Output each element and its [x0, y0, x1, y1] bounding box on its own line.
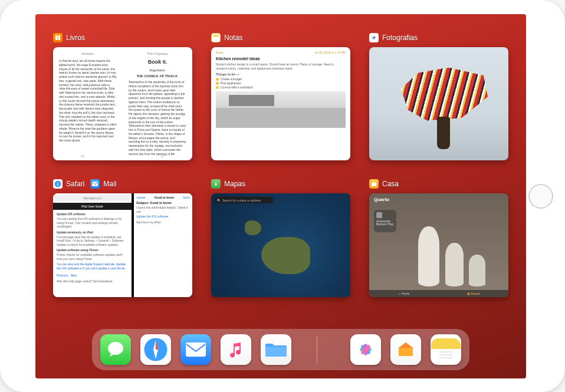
article-title: Update iOS software	[57, 212, 128, 216]
photo-subject	[408, 68, 481, 149]
mail-pane: Cancel Good to know Send Subject: Good t…	[134, 193, 192, 297]
feedback-line: Was this help page useful? Send feedback…	[57, 279, 128, 284]
switcher-card-header: Livros	[53, 32, 192, 44]
note-item: Create a budget	[221, 77, 242, 81]
books-icon	[53, 33, 63, 42]
switcher-card-mapas[interactable]: Mapas 🔍 Search for a place or address	[211, 178, 350, 297]
map-search-placeholder: Search for a place or address	[222, 199, 261, 202]
book-right-text: Telemachus in the assembly of the lords …	[129, 80, 186, 156]
house-icon: ⌂	[399, 292, 400, 295]
home-button[interactable]	[528, 184, 553, 209]
mail-send: Send	[183, 196, 190, 199]
livros-preview: Homero In that far land, we oft-times re…	[53, 47, 192, 160]
app-switcher: Livros Homero In that far land, we oft-t…	[35, 14, 526, 297]
book-title: Book II.	[129, 59, 186, 65]
book-council: THE COUNCIL OF ITHACA.	[129, 74, 186, 78]
dock-app-safari[interactable]	[140, 334, 171, 365]
book-right-header: The Odyssey	[129, 52, 186, 55]
dock-main-apps	[100, 334, 291, 365]
dock-app-music[interactable]	[221, 334, 251, 365]
book-left-text: In that far land, we oft-times require t…	[59, 59, 117, 143]
photos-icon	[369, 33, 379, 42]
switcher-card-notas[interactable]: Notas Notas Jul 18, 2019 at 1:14 PM Kitc…	[211, 32, 350, 160]
home-tab-rooms: ▦Rooms	[439, 290, 508, 297]
notes-icon-header	[431, 338, 461, 349]
svg-rect-14	[186, 342, 206, 357]
switcher-card-header: Mapas	[211, 178, 350, 190]
switcher-card-title: Safari	[66, 180, 84, 188]
note-date: Jul 18, 2019 at 1:14 PM	[314, 51, 346, 54]
article-link: You can also visit the Apple Support web…	[57, 262, 126, 270]
home-tab-home: ⌂Home	[369, 290, 439, 297]
mail-cancel: Cancel	[136, 196, 146, 199]
switcher-card-header: Notas	[211, 32, 350, 44]
map-search-bar: 🔍 Search for a place or address	[215, 197, 273, 203]
article-sub: Update software using iTunes	[57, 248, 128, 252]
switcher-card-header: Casa	[369, 178, 508, 190]
note-back: Notas	[216, 51, 224, 54]
dock-separator	[317, 336, 317, 363]
article-line: You can update the iOS software in Setti…	[57, 217, 128, 229]
switcher-card-title: Livros	[66, 34, 85, 42]
mail-link: Update the iOS software	[136, 215, 190, 218]
switcher-card-fotografias[interactable]: Fotografias	[369, 32, 508, 160]
url-bar: help.apple.com	[55, 195, 130, 201]
dock-app-messages[interactable]	[100, 334, 131, 365]
article-line: If a message says that an update is avai…	[57, 235, 128, 247]
switcher-card-title: Mail	[103, 180, 116, 188]
switcher-card-safari-mail[interactable]: Safari Mail help.apple.com iPad User Gui…	[53, 178, 192, 297]
notas-preview: Notas Jul 18, 2019 at 1:14 PM Kitchen re…	[211, 47, 350, 160]
home-icon	[369, 179, 379, 189]
dock-recent-apps	[350, 334, 461, 365]
notes-icon	[211, 33, 221, 42]
dock-app-photos[interactable]	[350, 334, 381, 365]
switcher-card-title: Casa	[382, 180, 399, 188]
ipad-device-frame: Livros Homero In that far land, we oft-t…	[0, 0, 565, 392]
bullet-icon	[216, 82, 219, 85]
home-tab-bar: ⌂Home ▦Rooms	[369, 290, 508, 297]
svg-rect-0	[213, 35, 219, 37]
screen: Livros Homero In that far land, we oft-t…	[35, 14, 526, 378]
page-number-left: 56	[81, 154, 84, 158]
dock-app-mail[interactable]	[180, 334, 211, 365]
map-island	[245, 220, 261, 235]
room-background	[414, 219, 498, 286]
note-item: Pick appliances	[221, 81, 241, 85]
dock-app-notes[interactable]	[431, 334, 461, 365]
note-item: Consult with a contractor	[221, 85, 253, 89]
casa-preview: Quarto Accessories Bedroom Plug ⌂Home ▦R…	[369, 193, 508, 297]
mail-icon	[90, 179, 100, 189]
accessory-tile: Accessories Bedroom Plug	[374, 210, 396, 232]
note-heading: Kitchen remodel ideas	[216, 57, 346, 61]
svg-rect-8	[92, 182, 98, 186]
mail-subject: Good to know	[155, 196, 174, 199]
note-body: Modern kitchen design in a small space. …	[216, 62, 346, 70]
bullet-icon	[216, 78, 219, 81]
book-left-header: Homero	[59, 52, 117, 55]
switcher-card-livros[interactable]: Livros Homero In that far land, we oft-t…	[53, 32, 192, 160]
note-image	[216, 91, 346, 128]
plug-icon	[376, 212, 382, 218]
switcher-card-title: Mapas	[224, 180, 245, 188]
svg-rect-15	[265, 347, 287, 357]
split-view-preview: help.apple.com iPad User Guide Update iO…	[53, 193, 192, 297]
safari-pane: help.apple.com iPad User Guide Update iO…	[53, 193, 134, 297]
switcher-card-casa[interactable]: Casa Quarto Accessories Bedroom Plug ⌂Ho…	[369, 178, 508, 297]
next-link: Next	[71, 274, 77, 277]
room-name: Quarto	[374, 197, 389, 202]
search-icon: 🔍	[217, 199, 221, 202]
maps-icon	[211, 179, 221, 189]
article-sub: Update wirelessly on iPad	[57, 230, 128, 234]
mapas-preview: 🔍 Search for a place or address	[211, 193, 350, 297]
switcher-card-title: Fotografias	[382, 34, 418, 42]
dock-app-files[interactable]	[261, 334, 291, 365]
switcher-card-title: Notas	[224, 34, 242, 42]
safari-icon	[53, 179, 63, 189]
bullet-icon	[216, 86, 219, 89]
dock-app-home[interactable]	[390, 334, 421, 365]
mail-body: I found this information helpful. Check …	[136, 206, 190, 213]
dock	[92, 329, 469, 370]
prev-link: Previous	[57, 274, 68, 277]
map-island	[261, 237, 310, 274]
fotografias-preview	[369, 47, 508, 160]
